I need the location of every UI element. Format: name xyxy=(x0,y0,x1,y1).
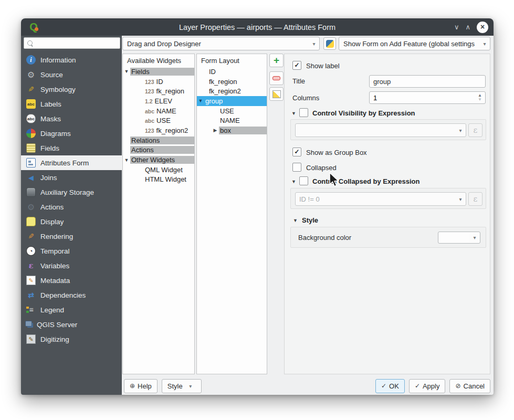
cancel-button[interactable]: Cancel xyxy=(449,379,490,393)
layout-fk-region2[interactable]: fk_region2 xyxy=(197,86,267,96)
edit-item-button[interactable] xyxy=(269,87,284,101)
sidebar-item-rendering[interactable]: ✎Rendering xyxy=(21,229,122,244)
collapsed-expression-checkbox[interactable] xyxy=(299,176,308,185)
widget-html-widget[interactable]: HTML Widget xyxy=(123,175,194,185)
widget-actions[interactable]: Actions xyxy=(123,145,194,155)
sidebar-item-attributes-form[interactable]: Attributes Form xyxy=(21,155,122,170)
sidebar-item-symbology[interactable]: ✎Symbology xyxy=(21,82,122,97)
chevron-down-icon[interactable]: ▼ xyxy=(293,218,298,223)
sidebar-item-temporal[interactable]: ◔Temporal xyxy=(21,244,122,258)
close-button[interactable]: × xyxy=(477,22,488,33)
collapsed-expression-frame: ID != 0 ε xyxy=(290,188,486,209)
collapsed-checkbox[interactable] xyxy=(292,163,301,172)
minus-icon xyxy=(272,76,280,80)
sidebar-item-masks[interactable]: abcMasks xyxy=(21,111,122,126)
sidebar-item-source[interactable]: ⚙Source xyxy=(21,67,122,82)
chevron-down-icon[interactable]: ▼ xyxy=(123,158,130,163)
widget-id[interactable]: 123ID xyxy=(123,77,194,87)
widget-use[interactable]: abcUSE xyxy=(123,116,194,125)
sidebar-item-dependencies[interactable]: ⇄Dependencies xyxy=(21,288,122,302)
search-box[interactable] xyxy=(24,37,120,49)
widget-relations[interactable]: Relations xyxy=(123,135,194,145)
sidebar-item-labels[interactable]: abcLabels xyxy=(21,97,122,111)
visibility-expression-combo[interactable] xyxy=(295,123,466,137)
collapsed-expression-combo[interactable]: ID != 0 xyxy=(295,192,466,206)
chevron-down-icon[interactable]: ▼ xyxy=(291,179,296,184)
widget-other-widgets[interactable]: ▼Other Widgets xyxy=(123,155,194,165)
widget-elev[interactable]: 1.2ELEV xyxy=(123,96,194,106)
chevron-right-icon[interactable]: ▶ xyxy=(212,128,219,133)
sidebar-item-label: QGIS Server xyxy=(37,321,77,329)
show-as-group-box-checkbox[interactable] xyxy=(292,148,301,156)
search-input[interactable] xyxy=(35,38,118,48)
layout-name[interactable]: NAME xyxy=(197,116,267,125)
sidebar-item-metadata[interactable]: ✎Metadata xyxy=(21,273,122,288)
expression-builder-button[interactable]: ε xyxy=(468,192,482,206)
layout-id[interactable]: ID xyxy=(197,67,267,77)
dependencies-icon: ⇄ xyxy=(26,290,36,300)
widget-qml-widget[interactable]: QML Widget xyxy=(123,165,194,175)
apply-label: Apply xyxy=(423,382,440,390)
expression-builder-button[interactable]: ε xyxy=(468,123,482,137)
remove-item-button[interactable] xyxy=(269,71,284,85)
form-open-mode-combo[interactable]: Show Form on Add Feature (global setting… xyxy=(339,37,490,50)
sidebar-item-actions[interactable]: ⚙Actions xyxy=(21,200,122,214)
ok-button[interactable]: OK xyxy=(375,379,405,393)
spinner-arrows-icon[interactable]: ▲▼ xyxy=(475,93,485,102)
style-menu-button[interactable]: Style xyxy=(162,379,202,393)
sidebar-item-joins[interactable]: ◀Joins xyxy=(21,170,122,185)
tree-item-label: 1.2ELEV xyxy=(123,97,194,105)
sidebar-item-auxiliary-storage[interactable]: Auxiliary Storage xyxy=(21,185,122,200)
sidebar-item-display[interactable]: Display xyxy=(21,214,122,229)
tree-item-label: Other Widgets xyxy=(130,156,194,164)
sidebar-item-label: Metadata xyxy=(40,277,70,285)
layout-fk-region[interactable]: fk_region xyxy=(197,77,267,87)
visibility-expression-checkbox[interactable] xyxy=(299,108,308,117)
information-icon: i xyxy=(26,55,36,65)
background-color-button[interactable] xyxy=(438,232,480,244)
titlebar[interactable]: Q Layer Properties — airports — Attribut… xyxy=(21,18,494,36)
layout-group[interactable]: ▼group xyxy=(197,96,267,106)
layout-box[interactable]: ▶box xyxy=(197,125,267,135)
sidebar-item-information[interactable]: iInformation xyxy=(21,52,122,67)
widget-fk-region2[interactable]: 123fk_region2 xyxy=(123,125,194,135)
help-button[interactable]: Help xyxy=(124,379,158,393)
widget-fields[interactable]: ▼Fields xyxy=(123,67,194,77)
tree-item-label: abcUSE xyxy=(123,117,194,124)
sidebar-item-legend[interactable]: ≡Legend xyxy=(21,302,122,317)
chevron-down-icon[interactable]: ▼ xyxy=(197,98,204,103)
chevron-down-icon[interactable]: ▼ xyxy=(123,69,130,74)
layout-use[interactable]: USE xyxy=(197,106,267,116)
python-init-button[interactable] xyxy=(323,37,336,50)
title-label: Title xyxy=(292,77,305,85)
show-label-text: Show label xyxy=(306,62,340,70)
sidebar-item-qgis-server[interactable]: QGIS Server xyxy=(21,317,122,332)
widget-fk-region[interactable]: 123fk_region xyxy=(123,86,194,96)
maximize-button[interactable]: ∧ xyxy=(465,23,470,31)
tree-item-label: ID xyxy=(197,68,267,76)
sidebar-item-label: Masks xyxy=(40,115,61,123)
widget-name[interactable]: abcNAME xyxy=(123,106,194,116)
auxiliary-storage-icon xyxy=(26,187,36,197)
temporal-icon: ◔ xyxy=(26,246,36,256)
sidebar-item-fields[interactable]: Fields xyxy=(21,141,122,155)
tree-item-label: HTML Widget xyxy=(123,175,194,183)
apply-button[interactable]: Apply xyxy=(409,379,446,393)
chevron-down-icon xyxy=(455,128,466,133)
sidebar-item-diagrams[interactable]: Diagrams xyxy=(21,126,122,141)
show-label-checkbox[interactable] xyxy=(292,61,301,70)
qgis-server-icon xyxy=(25,321,32,327)
columns-spinbox[interactable]: 1 ▲▼ xyxy=(369,91,486,104)
tree-item-label: abcNAME xyxy=(123,107,194,115)
chevron-down-icon[interactable]: ▼ xyxy=(291,111,296,116)
dialog-footer: Help Style OK Apply Cancel xyxy=(122,378,490,394)
sidebar-item-label: Auxiliary Storage xyxy=(40,188,94,196)
sidebar-item-label: Legend xyxy=(40,306,64,314)
sidebar-item-variables[interactable]: εVariables xyxy=(21,258,122,273)
shade-button[interactable]: ∨ xyxy=(454,23,459,31)
designer-combo[interactable]: Drag and Drop Designer xyxy=(122,37,320,50)
title-input[interactable] xyxy=(369,75,486,88)
add-container-button[interactable]: + xyxy=(269,54,284,67)
sidebar-item-label: Information xyxy=(40,56,76,64)
sidebar-item-digitizing[interactable]: ✎Digitizing xyxy=(21,332,122,346)
